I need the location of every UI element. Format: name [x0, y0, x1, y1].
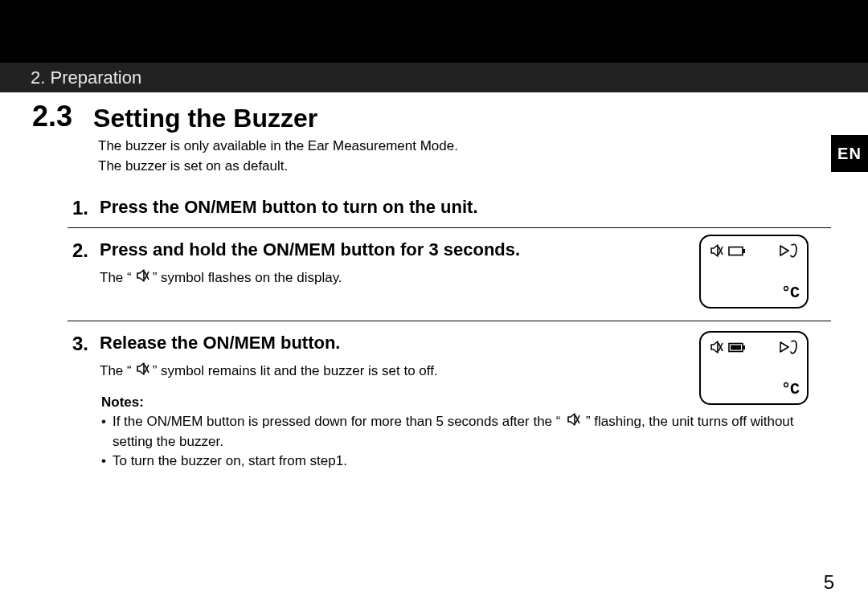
- step-number: 1.: [68, 197, 88, 219]
- step-number: 2.: [68, 239, 88, 287]
- mute-icon: [709, 340, 723, 358]
- display-illustration-step2: °C: [699, 235, 809, 309]
- bullet-icon: •: [101, 452, 106, 471]
- lcd-bottom-row: °C: [709, 380, 799, 398]
- intro-line-2: The buzzer is set on as default.: [98, 157, 836, 177]
- step-desc-pre: The “: [100, 270, 132, 286]
- section-number: 2.3: [32, 100, 72, 133]
- step-title: Press the ON/MEM button to turn on the u…: [100, 197, 836, 218]
- step-desc-post: ” symbol remains lit and the buzzer is s…: [153, 363, 438, 379]
- mute-icon: [135, 268, 149, 287]
- temperature-unit: °C: [781, 380, 799, 398]
- temperature-unit: °C: [781, 284, 799, 302]
- note-text: If the ON/MEM button is pressed down for…: [113, 412, 836, 452]
- manual-page: 2. Preparation EN 2.3 Setting the Buzzer…: [0, 0, 868, 613]
- lcd-top-row: [709, 243, 799, 262]
- mute-icon: [135, 362, 149, 380]
- page-number: 5: [824, 571, 834, 594]
- section-title: Setting the Buzzer: [93, 104, 317, 133]
- mute-icon: [566, 412, 580, 432]
- language-tab: EN: [831, 135, 868, 172]
- battery-full-icon: [728, 341, 746, 356]
- notes-list: • If the ON/MEM button is pressed down f…: [101, 412, 836, 471]
- step-number: 3.: [68, 333, 88, 380]
- chapter-title: 2. Preparation: [31, 67, 141, 88]
- display-illustration-step3: °C: [699, 331, 809, 405]
- bullet-icon: •: [101, 412, 106, 431]
- intro-text: The buzzer is only available in the Ear …: [98, 137, 836, 176]
- note-text: To turn the buzzer on, start from step1.: [113, 452, 836, 471]
- step-item: 1. Press the ON/MEM button to turn on th…: [68, 186, 836, 219]
- battery-empty-icon: [728, 245, 746, 260]
- step-desc-pre: The “: [100, 363, 132, 379]
- mute-icon: [709, 243, 723, 261]
- section-heading: 2.3 Setting the Buzzer: [32, 100, 836, 133]
- lcd-top-row: [709, 339, 799, 358]
- play-triangle-icon: [779, 244, 790, 260]
- lcd-bottom-row: °C: [709, 284, 799, 302]
- step-desc-post: ” symbol flashes on the display.: [153, 270, 342, 286]
- ear-icon: [790, 339, 799, 358]
- note-item: • To turn the buzzer on, start from step…: [101, 452, 836, 471]
- play-triangle-icon: [779, 341, 790, 357]
- intro-line-1: The buzzer is only available in the Ear …: [98, 137, 836, 157]
- ear-icon: [790, 243, 799, 262]
- chapter-bar: 2. Preparation: [0, 63, 868, 92]
- note-item: • If the ON/MEM button is pressed down f…: [101, 412, 836, 452]
